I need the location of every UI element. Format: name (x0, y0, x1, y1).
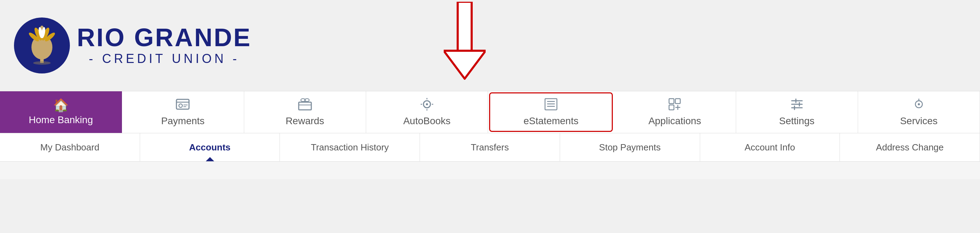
sub-nav: My Dashboard Accounts Transaction Histor… (0, 133, 980, 161)
nav-label-services: Services (900, 115, 937, 127)
nav-item-autobooks[interactable]: AutoBooks (366, 91, 488, 133)
services-icon (913, 98, 925, 113)
svg-rect-34 (669, 105, 674, 110)
main-nav: 🏠 Home Banking Payments Rewards AutoBook… (0, 91, 980, 133)
sub-item-address-change[interactable]: Address Change (840, 133, 980, 161)
estatements-icon (544, 98, 558, 113)
nav-item-applications[interactable]: Applications (614, 91, 736, 133)
sub-item-my-dashboard[interactable]: My Dashboard (0, 133, 140, 161)
logo-subtitle: - CREDIT UNION - (77, 51, 251, 66)
svg-point-13 (179, 104, 182, 107)
navigation-bar: 🏠 Home Banking Payments Rewards AutoBook… (0, 91, 980, 162)
sub-item-transaction-history[interactable]: Transaction History (280, 133, 420, 161)
nav-item-home-banking[interactable]: 🏠 Home Banking (0, 91, 122, 133)
sub-label-my-dashboard: My Dashboard (40, 142, 99, 153)
sub-label-address-change: Address Change (876, 142, 943, 153)
svg-point-44 (918, 103, 920, 105)
svg-marker-11 (444, 51, 486, 79)
svg-point-9 (33, 61, 51, 65)
page-header: RIO GRANDE - CREDIT UNION - (0, 0, 980, 91)
rewards-icon (298, 98, 312, 113)
nav-label-home-banking: Home Banking (29, 114, 93, 126)
logo-container: RIO GRANDE - CREDIT UNION - (14, 18, 251, 73)
applications-icon (668, 98, 681, 113)
nav-item-payments[interactable]: Payments (122, 91, 244, 133)
sub-item-transfers[interactable]: Transfers (420, 133, 560, 161)
payments-icon (176, 98, 190, 113)
sub-item-account-info[interactable]: Account Info (700, 133, 840, 161)
autobooks-icon (421, 98, 433, 113)
logo-circle (14, 18, 70, 73)
svg-rect-32 (669, 99, 674, 104)
svg-point-21 (305, 99, 309, 101)
bottom-area (0, 162, 980, 179)
nav-label-settings: Settings (779, 115, 815, 127)
sub-label-transaction-history: Transaction History (311, 142, 389, 153)
svg-point-27 (426, 103, 428, 105)
home-icon: 🏠 (53, 99, 69, 112)
nav-item-rewards[interactable]: Rewards (244, 91, 366, 133)
settings-icon (790, 98, 803, 113)
sub-item-stop-payments[interactable]: Stop Payments (560, 133, 700, 161)
nav-item-estatements[interactable]: eStatements (489, 93, 613, 132)
svg-point-20 (301, 99, 305, 101)
svg-rect-10 (458, 2, 472, 51)
sub-label-transfers: Transfers (471, 142, 509, 153)
sub-label-accounts: Accounts (189, 142, 230, 153)
nav-label-estatements: eStatements (524, 115, 579, 127)
red-arrow-annotation (444, 2, 486, 84)
nav-label-rewards: Rewards (285, 115, 324, 127)
logo-svg (19, 23, 65, 68)
nav-item-settings[interactable]: Settings (736, 91, 858, 133)
sub-label-account-info: Account Info (745, 142, 795, 153)
logo-title: RIO GRANDE (77, 25, 251, 50)
logo-text: RIO GRANDE - CREDIT UNION - (77, 25, 251, 66)
nav-label-payments: Payments (161, 115, 205, 127)
nav-label-applications: Applications (648, 115, 701, 127)
svg-rect-17 (299, 102, 311, 110)
sub-label-stop-payments: Stop Payments (599, 142, 661, 153)
svg-rect-12 (177, 99, 189, 109)
nav-item-services[interactable]: Services (858, 91, 980, 133)
svg-rect-33 (675, 99, 680, 104)
nav-label-autobooks: AutoBooks (403, 115, 450, 127)
sub-item-accounts[interactable]: Accounts (140, 133, 280, 161)
